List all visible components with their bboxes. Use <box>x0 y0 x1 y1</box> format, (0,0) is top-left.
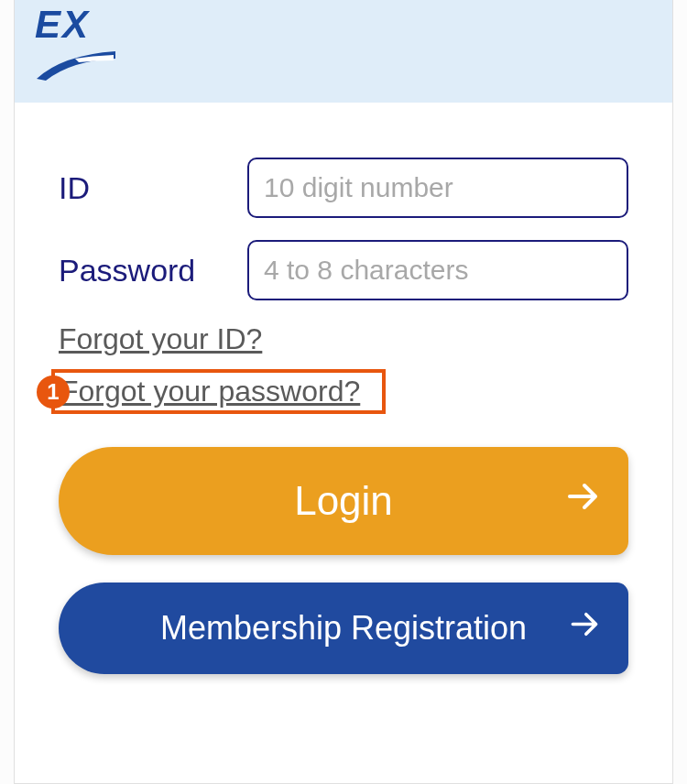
annotation-badge: 1 <box>37 376 70 408</box>
logo-text: EX <box>35 5 117 44</box>
login-form: ID Password Forgot your ID? 1 Forgot you… <box>15 103 672 729</box>
arrow-right-icon <box>564 478 601 524</box>
login-screen: EX ID Password Forgot your ID? 1 <box>14 0 673 784</box>
password-input[interactable] <box>247 240 628 300</box>
annotation-highlight: 1 Forgot your password? <box>51 369 386 414</box>
register-button[interactable]: Membership Registration <box>59 583 628 674</box>
login-button[interactable]: Login <box>59 447 628 555</box>
train-icon <box>35 48 117 88</box>
forgot-id-link[interactable]: Forgot your ID? <box>59 322 262 356</box>
login-button-label: Login <box>294 478 393 524</box>
forgot-password-link[interactable]: Forgot your password? <box>60 375 360 408</box>
id-field-row: ID <box>59 158 628 218</box>
id-label: ID <box>59 170 247 206</box>
password-label: Password <box>59 253 247 289</box>
id-input[interactable] <box>247 158 628 218</box>
password-field-row: Password <box>59 240 628 300</box>
arrow-right-icon <box>568 608 601 649</box>
logo: EX <box>35 5 117 88</box>
recovery-links: Forgot your ID? 1 Forgot your password? <box>59 322 628 414</box>
header: EX <box>15 0 672 103</box>
register-button-label: Membership Registration <box>160 609 527 648</box>
